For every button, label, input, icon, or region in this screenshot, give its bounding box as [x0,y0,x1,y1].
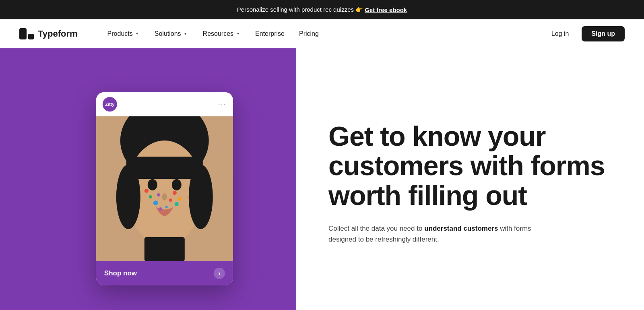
nav-item-resources[interactable]: Resources ▾ [197,27,246,41]
svg-point-8 [149,195,152,198]
logo-rect-large [19,28,27,39]
products-chevron-icon: ▾ [134,31,140,37]
nav-resources-label: Resources [203,30,233,37]
svg-point-13 [175,202,179,206]
announcement-bar: Personalize selling with product rec qui… [0,0,644,19]
phone-menu-dots-icon: ··· [218,100,227,109]
logo[interactable]: Typeform [19,28,78,39]
nav-enterprise-label: Enterprise [255,30,285,37]
hero-image-area: Zitty ··· [0,48,296,310]
person-illustration [96,116,233,261]
phone-cta-text: Shop now [104,269,137,277]
hero-section: Zitty ··· [0,48,644,310]
phone-brand-badge: Zitty [103,97,117,112]
svg-point-22 [116,165,140,229]
svg-point-23 [189,165,213,229]
solutions-chevron-icon: ▾ [183,31,188,37]
svg-point-6 [162,193,167,200]
svg-point-15 [159,207,162,211]
signup-button[interactable]: Sign up [582,26,625,41]
phone-mockup: Zitty ··· [96,92,233,285]
svg-point-4 [148,179,157,190]
nav-pricing-label: Pricing [299,30,319,37]
nav-products-label: Products [107,30,133,37]
navbar: Typeform Products ▾ Solutions ▾ Resource… [0,19,644,48]
phone-brand-text: Zitty [105,102,114,107]
svg-rect-3 [126,157,203,179]
svg-point-9 [153,200,158,205]
phone-header: Zitty ··· [96,92,233,116]
nav-solutions-label: Solutions [155,30,181,37]
svg-point-7 [144,189,149,193]
hero-headline: Get to know your customers with forms wo… [328,122,612,210]
svg-point-11 [173,191,177,195]
svg-point-16 [165,206,168,208]
resources-chevron-icon: ▾ [235,31,241,37]
phone-cta-arrow-icon: › [214,268,225,279]
announcement-link[interactable]: Get free ebook [365,6,407,13]
svg-point-10 [157,193,160,196]
svg-point-12 [178,197,182,200]
announcement-text: Personalize selling with product rec qui… [237,6,363,13]
logo-icon [19,28,34,39]
hero-subtext: Collect all the data you need to underst… [328,223,554,245]
hero-subtext-bold: understand customers [424,225,498,232]
nav-right: Log in Sign up [543,26,625,41]
phone-cta-bar: Shop now › [96,261,233,285]
svg-point-5 [172,179,182,190]
hero-subtext-before: Collect all the data you need to [328,225,424,232]
svg-point-14 [169,198,172,202]
nav-item-pricing[interactable]: Pricing [293,27,324,41]
nav-item-solutions[interactable]: Solutions ▾ [149,27,194,41]
logo-text: Typeform [38,29,78,39]
nav-item-enterprise[interactable]: Enterprise [250,27,290,41]
login-button[interactable]: Log in [543,26,577,41]
svg-rect-21 [144,237,185,261]
hero-content: Get to know your customers with forms wo… [296,48,644,310]
nav-links: Products ▾ Solutions ▾ Resources ▾ Enter… [102,27,543,41]
nav-item-products[interactable]: Products ▾ [102,27,146,41]
logo-rect-small [28,34,34,39]
phone-image [96,116,233,261]
